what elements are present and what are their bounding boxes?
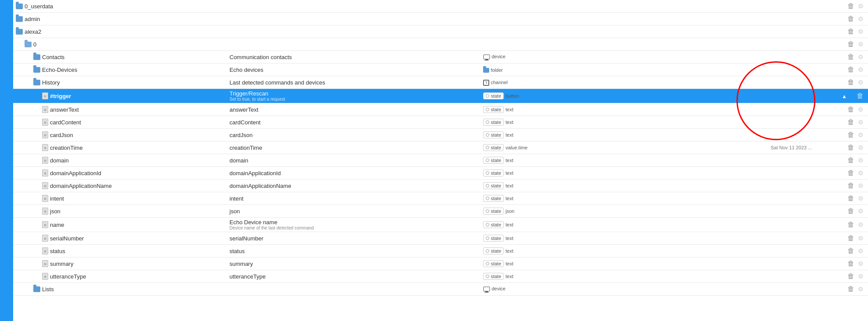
- delete-button[interactable]: 🗑: [846, 259, 856, 268]
- table-row[interactable]: ≡nameEcho Device nameDevice name of the …: [13, 218, 868, 232]
- table-row[interactable]: ContactsCommunication contactsdevice🗑⚙: [13, 51, 868, 63]
- delete-button[interactable]: 🗑: [846, 65, 856, 74]
- delete-button[interactable]: 🗑: [846, 78, 856, 87]
- row-label: status: [230, 248, 245, 254]
- delete-button[interactable]: 🗑: [846, 233, 856, 243]
- timestamp-cell: [668, 270, 815, 283]
- role-badge: text: [505, 132, 513, 138]
- delete-button[interactable]: 🗑: [846, 143, 856, 152]
- delete-button[interactable]: 🗑: [855, 91, 865, 101]
- settings-button[interactable]: ⚙: [856, 27, 865, 36]
- delete-button[interactable]: 🗑: [846, 194, 856, 203]
- row-name: name: [50, 222, 64, 228]
- settings-button[interactable]: ⚙: [856, 131, 865, 139]
- table-row[interactable]: alexa2🗑⚙: [13, 25, 868, 38]
- settings-button[interactable]: ⚙: [856, 143, 865, 152]
- settings-button[interactable]: ⚙: [856, 247, 865, 255]
- timestamp-cell: [668, 38, 815, 51]
- settings-button[interactable]: ⚙: [856, 272, 865, 281]
- table-row[interactable]: ≡domainApplicationIddomainApplicationIds…: [13, 167, 868, 180]
- table-row[interactable]: HistoryLast detected commands and device…: [13, 76, 868, 89]
- settings-button[interactable]: ⚙: [856, 207, 865, 215]
- timestamp-cell: [668, 218, 815, 232]
- table-row[interactable]: ≡serialNumberserialNumberstate text🗑⚙: [13, 232, 868, 245]
- settings-button[interactable]: ⚙: [856, 156, 865, 165]
- delete-button[interactable]: 🗑: [846, 272, 856, 281]
- svg-rect-1: [485, 59, 488, 60]
- table-row[interactable]: ≡jsonjsonstate json🗑⚙: [13, 205, 868, 218]
- settings-button[interactable]: ⚙: [856, 78, 865, 87]
- settings-button[interactable]: ⚙: [856, 220, 865, 229]
- settings-button[interactable]: ⚙: [856, 65, 865, 74]
- row-name: Echo-Devices: [42, 67, 77, 73]
- table-row[interactable]: ≡summarysummarystate text🗑⚙: [13, 258, 868, 270]
- settings-button[interactable]: ⚙: [856, 194, 865, 203]
- state-badge: state: [483, 247, 504, 254]
- delete-button[interactable]: 🗑: [846, 27, 856, 36]
- delete-button[interactable]: 🗑: [846, 1, 856, 11]
- type-text: folder: [491, 67, 503, 73]
- role-badge: text: [505, 107, 513, 112]
- role-badge: text: [505, 236, 513, 241]
- type-text: channel: [491, 80, 508, 85]
- delete-button[interactable]: 🗑: [846, 168, 856, 178]
- svg-rect-5: [484, 292, 489, 293]
- table-row[interactable]: ≡statusstatusstate text🗑⚙: [13, 245, 868, 258]
- content-area: 0_userdata🗑⚙admin🗑⚙alexa2🗑⚙0🗑⚙ContactsCo…: [13, 0, 868, 321]
- delete-button[interactable]: 🗑: [846, 39, 856, 49]
- table-row[interactable]: 0_userdata🗑⚙: [13, 0, 868, 13]
- table-row[interactable]: admin🗑⚙: [13, 13, 868, 25]
- table-row[interactable]: ≡answerTextanswerTextstate text🗑⚙: [13, 103, 868, 116]
- table-row[interactable]: ≡domainApplicationNamedomainApplicationN…: [13, 180, 868, 192]
- row-name: #trigger: [50, 93, 71, 99]
- role-badge: value.time: [505, 145, 527, 150]
- file-icon: ≡: [42, 235, 48, 242]
- settings-button[interactable]: ⚙: [856, 259, 865, 268]
- delete-button[interactable]: 🗑: [846, 181, 856, 190]
- delete-button[interactable]: 🗑: [846, 155, 856, 165]
- timestamp-cell: [668, 258, 815, 270]
- row-name: cardJson: [50, 132, 73, 138]
- row-name: domainApplicationName: [50, 183, 112, 189]
- row-label: Communication contacts: [230, 54, 292, 60]
- table-row[interactable]: ≡utteranceTypeutteranceTypestate text🗑⚙: [13, 270, 868, 283]
- settings-button[interactable]: ⚙: [856, 181, 865, 190]
- table-row[interactable]: Echo-DevicesEcho devicesfolder🗑⚙: [13, 63, 868, 76]
- delete-button[interactable]: 🗑: [846, 284, 856, 294]
- state-badge: state: [483, 260, 504, 267]
- timestamp-cell: [668, 167, 815, 180]
- state-badge: state: [483, 182, 504, 189]
- delete-button[interactable]: 🗑: [846, 206, 856, 216]
- delete-button[interactable]: 🗑: [846, 52, 856, 62]
- delete-button[interactable]: 🗑: [846, 117, 856, 127]
- settings-button[interactable]: ⚙: [856, 14, 865, 23]
- settings-button[interactable]: ⚙: [856, 105, 865, 114]
- table-row[interactable]: ≡intentintentstate text🗑⚙: [13, 192, 868, 205]
- row-name: admin: [25, 16, 40, 22]
- table-row[interactable]: ≡creationTimecreationTimestate value.tim…: [13, 141, 868, 154]
- delete-button[interactable]: 🗑: [846, 220, 856, 229]
- settings-button[interactable]: ⚙: [856, 285, 865, 293]
- settings-button[interactable]: ⚙: [856, 2, 865, 11]
- state-badge: state: [483, 157, 504, 164]
- table-row[interactable]: ≡cardContentcardContentstate text🗑⚙: [13, 116, 868, 129]
- row-label: answerText: [230, 106, 259, 113]
- settings-button[interactable]: ⚙: [856, 118, 865, 127]
- upload-button[interactable]: ▲: [836, 92, 852, 101]
- row-label: json: [230, 208, 240, 215]
- table-row[interactable]: ≡cardJsoncardJsonstate text🗑⚙: [13, 129, 868, 141]
- table-row[interactable]: 0🗑⚙: [13, 38, 868, 51]
- table-row[interactable]: ≡#triggerTrigger/RescanSet to true, to s…: [13, 89, 868, 103]
- delete-button[interactable]: 🗑: [846, 105, 856, 114]
- delete-button[interactable]: 🗑: [846, 246, 856, 256]
- settings-button[interactable]: ⚙: [856, 234, 865, 243]
- state-badge: state: [483, 119, 504, 126]
- settings-button[interactable]: ⚙: [856, 40, 865, 49]
- table-row[interactable]: Listsdevice🗑⚙: [13, 283, 868, 296]
- row-label: Last detected commands and devices: [230, 79, 325, 86]
- delete-button[interactable]: 🗑: [846, 130, 856, 140]
- delete-button[interactable]: 🗑: [846, 14, 856, 24]
- settings-button[interactable]: ⚙: [856, 53, 865, 61]
- table-row[interactable]: ≡domaindomainstate text🗑⚙: [13, 154, 868, 167]
- settings-button[interactable]: ⚙: [856, 169, 865, 177]
